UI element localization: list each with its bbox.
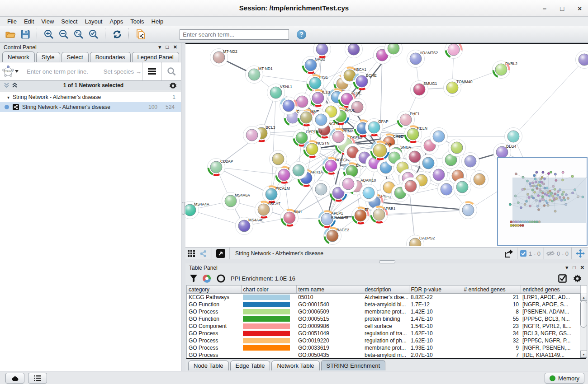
network-row[interactable]: String Network - Alzheimer's disease 100… [0,102,181,112]
protein-node[interactable] [349,98,366,116]
select-columns-icon[interactable] [558,274,567,283]
menu-tools[interactable]: Tools [127,18,147,25]
column-header[interactable]: enriched genes [521,286,580,294]
protein-node[interactable]: PVRL2 [493,61,518,79]
protein-node[interactable] [280,97,298,115]
enrichment-table[interactable]: categorychart colorterm namedescriptionF… [186,285,587,358]
minimize-button[interactable]: – [543,5,546,12]
protein-node[interactable]: APBB1 [370,206,396,224]
remove-chart-icon[interactable] [217,274,225,283]
menu-apps[interactable]: Apps [106,18,127,25]
table-row[interactable]: GO FunctionGO:0001540beta-amyloid bi...1… [187,301,580,308]
column-header[interactable]: # enriched genes [462,286,521,294]
splitter-grip[interactable] [182,202,185,215]
protein-node[interactable] [471,171,488,188]
protein-node[interactable]: PICALM [263,186,290,203]
tab-network[interactable]: Network [2,52,35,62]
string-query-placeholder[interactable]: Enter one term per line. [27,68,88,75]
protein-node[interactable] [445,44,463,59]
panel-close-icon[interactable]: ✕ [580,265,584,271]
tab-legend-panel[interactable]: Legend Panel [132,52,179,62]
string-search-button[interactable] [162,67,181,76]
column-header[interactable]: FDR p-value [409,286,462,294]
protein-node[interactable]: BIN1 [281,209,303,227]
protein-node[interactable] [576,51,588,69]
collapse-all-icon[interactable] [12,83,18,88]
protein-node[interactable] [313,181,330,198]
protein-node[interactable]: SMUG1 [411,81,437,98]
string-options-button[interactable] [142,68,161,75]
gear-icon[interactable] [573,274,582,283]
protein-node[interactable]: GAB2 [302,56,326,74]
clone-network-button[interactable] [135,28,147,40]
string-logo-icon[interactable]: STRING [0,66,21,77]
set-species-hint[interactable]: Set species → [104,68,142,75]
panel-menu-icon[interactable]: ▾ [566,265,569,271]
table-row[interactable]: GO FunctionGO:0005515protein binding1.47… [187,315,580,323]
table-row[interactable]: KEGG Pathways05010Alzheimer's dise...8.8… [187,294,580,301]
task-history-button[interactable] [28,373,47,384]
table-row[interactable]: GO ProcessGO:0019220regulation of ph...1… [187,337,580,344]
panel-float-icon[interactable]: □ [166,44,169,50]
horizontal-splitter[interactable] [185,259,588,263]
protein-node[interactable] [462,153,479,170]
protein-node[interactable] [438,181,455,198]
panel-close-icon[interactable]: ✕ [173,44,177,50]
protein-node[interactable] [313,111,330,129]
export-image-button[interactable] [503,248,514,259]
network-share-button[interactable] [197,248,209,259]
protein-node[interactable] [448,139,466,157]
navigator-toggle-button[interactable] [574,248,586,259]
search-input[interactable] [180,29,289,40]
help-button[interactable]: ? [297,30,306,39]
tab-node-table[interactable]: Node Table [188,361,229,370]
menu-select[interactable]: Select [57,18,81,25]
protein-node[interactable] [430,128,448,145]
save-session-button[interactable] [19,28,31,40]
zoom-fit-button[interactable] [73,28,85,40]
protein-node[interactable] [270,150,287,168]
navigator-viewport[interactable] [512,178,586,223]
table-row[interactable]: GO ComponentGO:0009986cell surface1.54E-… [187,323,580,330]
network-canvas[interactable]: MT-ND2MT-ND1VSNL1GAB2ADAMTS2PVRL2TOMM40S… [185,43,588,247]
tab-style[interactable]: Style [36,52,60,62]
scroll-thumb[interactable] [580,300,587,328]
tab-network-table[interactable]: Network Table [271,361,319,370]
filter-icon[interactable] [190,275,197,282]
protein-node[interactable]: NCSTN [303,140,330,158]
grid-view-button[interactable] [185,248,197,259]
table-scrollbar[interactable]: ▲ ▼ [580,294,587,358]
close-button[interactable]: × [578,5,582,12]
open-session-button[interactable] [5,28,16,40]
detach-view-button[interactable] [215,248,227,259]
protein-node[interactable] [290,162,308,179]
expand-all-icon[interactable] [4,83,9,88]
cloud-tasks-button[interactable] [5,373,24,384]
network-collection-row[interactable]: ▾ String Network - Alzheimer's disease 1 [0,92,181,102]
birdseye-navigator[interactable] [498,158,588,245]
column-header[interactable]: chart color [241,286,296,294]
memory-button[interactable]: Memory [545,373,584,384]
zoom-selected-button[interactable] [88,28,100,40]
table-row[interactable]: GO ProcessGO:0033619membrane prot...1.93… [187,344,580,351]
protein-node[interactable]: TOMM40 [444,79,473,97]
splitter-grip[interactable] [379,260,395,263]
protein-node[interactable]: MS4A4E [236,217,264,235]
protein-node[interactable]: BACE2 [324,227,350,245]
maximize-button[interactable]: □ [560,5,564,12]
table-row[interactable]: GO ProcessGO:0006509membrane prot...1.42… [187,308,580,315]
protein-node[interactable]: MT-ND1 [246,66,273,84]
protein-node[interactable] [243,126,261,144]
protein-node[interactable] [505,128,522,145]
column-header[interactable]: term name [296,286,363,294]
zoom-out-button[interactable] [58,28,70,40]
protein-node[interactable] [454,178,471,196]
protein-node[interactable] [360,184,378,202]
tab-string-enrichment[interactable]: STRING Enrichment [321,360,385,370]
table-row[interactable]: GO ProcessGO:0051049regulation of tra...… [187,330,580,337]
protein-node[interactable]: MS4A6A [222,192,250,210]
protein-node[interactable]: ADAMTS2 [407,50,438,68]
tab-boundaries[interactable]: Boundaries [90,52,131,62]
menu-edit[interactable]: Edit [20,18,38,25]
tree-expander-icon[interactable]: ▾ [7,95,9,100]
